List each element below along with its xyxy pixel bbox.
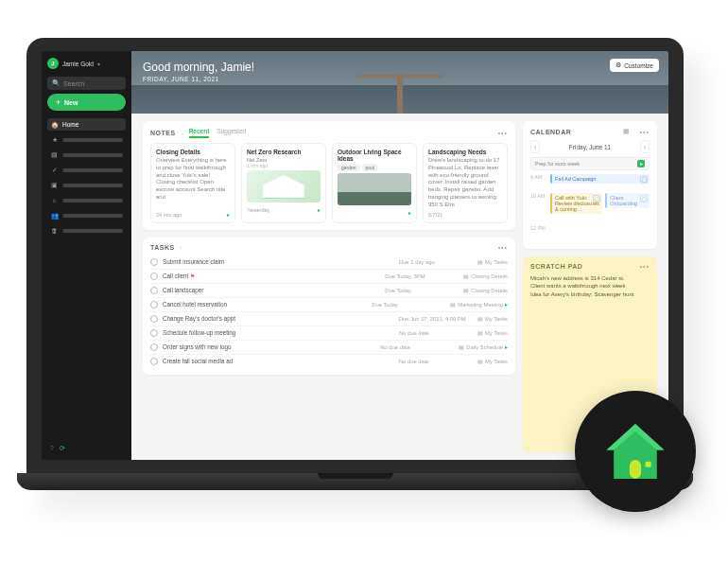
event-link-icon[interactable]: ▢ — [640, 195, 648, 202]
note-meta: 1 min ago — [247, 163, 321, 168]
chevron-right-icon[interactable]: › — [181, 244, 182, 250]
placeholder — [62, 168, 123, 172]
placeholder — [62, 184, 123, 187]
tag-pill: pool — [362, 164, 378, 171]
svg-rect-2 — [630, 460, 641, 479]
task-row[interactable]: Change Ray's doctor's appt Due Jun 17, 2… — [150, 311, 508, 325]
task-due: No due date — [399, 359, 473, 364]
task-list-ref: ▤Daily Schedule ▸ — [459, 344, 508, 350]
gear-icon: ⚙ — [615, 62, 621, 69]
event-title: Fall Ad Campaign — [555, 176, 596, 182]
note-body: Overview Everything is here to prep for … — [156, 157, 230, 209]
task-name: Change Ray's doctor's appt — [163, 315, 394, 322]
task-row[interactable]: Submit insurance claim Due 1 day ago ▤My… — [150, 255, 508, 269]
event-link-icon[interactable]: ▢ — [640, 176, 648, 184]
note-thumb — [247, 170, 321, 202]
sidebar-footer: ? ⟳ — [47, 442, 126, 455]
task-row[interactable]: Call client ⚑ Due Today, 5PM ▤Closing De… — [150, 269, 508, 283]
sidebar-item-shortcuts[interactable]: ★ — [47, 133, 126, 146]
task-checkbox[interactable] — [150, 329, 158, 337]
task-checkbox[interactable] — [150, 287, 158, 294]
avatar: J — [47, 58, 59, 69]
scratchpad-title: SCRATCH PAD — [530, 263, 582, 270]
note-title: Net Zero Research — [247, 149, 321, 155]
more-icon[interactable]: ••• — [640, 129, 650, 135]
notes-panel: NOTES › Recent Suggested ••• Closing Det… — [143, 121, 515, 230]
sidebar-item-notebooks[interactable]: ▣ — [47, 179, 126, 191]
task-list-ref: ▤Closing Details — [463, 273, 508, 279]
hero-dock-graphic — [397, 74, 403, 114]
task-list-ref: ▤My Tasks — [477, 330, 508, 336]
sidebar-item-tasks[interactable]: ✓ — [47, 164, 126, 176]
task-due: Due Today, 5PM — [385, 273, 459, 279]
task-checkbox[interactable] — [150, 273, 158, 280]
prev-day-button[interactable]: ‹ — [530, 140, 540, 153]
calendar-event[interactable]: Fall Ad Campaign▢ — [550, 174, 650, 184]
sidebar-item-home[interactable]: 🏠Home — [47, 118, 126, 131]
sync-badge-icon: ▸ — [318, 207, 321, 213]
notes-title: NOTES — [150, 130, 176, 136]
search-icon: 🔍 — [52, 79, 61, 87]
home-icon: 🏠 — [50, 120, 59, 129]
chevron-right-icon[interactable]: › — [182, 131, 183, 136]
calendar-date: Friday, June 11 — [569, 144, 611, 150]
task-row[interactable]: Call landscaper Due Today ▤Closing Detai… — [150, 283, 508, 297]
more-icon[interactable]: ••• — [640, 263, 650, 270]
hero: Good morning, Jamie! FRIDAY, JUNE 11, 20… — [131, 51, 668, 114]
note-icon: ▤ — [477, 316, 483, 322]
tab-suggested[interactable]: Suggested — [217, 128, 246, 138]
event-link-icon[interactable]: ▢ — [593, 195, 600, 202]
hour-label: 12 PM — [530, 225, 547, 231]
customize-button[interactable]: ⚙Customize — [610, 59, 659, 72]
sync-badge-icon: ▸ — [408, 210, 411, 216]
note-icon: ▤ — [450, 302, 456, 308]
task-name: Submit insurance claim — [163, 258, 394, 265]
calendar-event[interactable]: Call with Yuki: Review disclosures & con… — [550, 193, 602, 214]
sidebar-item-label: Home — [62, 121, 78, 128]
task-checkbox[interactable] — [150, 358, 158, 365]
note-card[interactable]: Landscaping Needs Drew's landscaping to-… — [423, 143, 508, 223]
user-menu[interactable]: J Jamie Gold ▾ — [47, 58, 126, 69]
task-checkbox[interactable] — [150, 258, 158, 266]
note-card[interactable]: Closing Details Overview Everything is h… — [150, 143, 235, 223]
note-card[interactable]: Net Zero Research Net Zero 1 min ago Yes… — [241, 143, 326, 223]
scratchpad-text[interactable]: Micah's new address is 314 Cedar st. Cli… — [530, 274, 650, 298]
placeholder — [62, 153, 123, 157]
task-row[interactable]: Order signs with new logo No due date ▤D… — [150, 340, 508, 354]
task-row[interactable]: Create fall social media ad No due date … — [150, 354, 508, 368]
next-day-button[interactable]: › — [640, 140, 650, 153]
calendar-toggle-icon[interactable]: ▦ — [623, 128, 631, 135]
tag-icon: ⌂ — [50, 196, 59, 204]
task-due: No due date — [399, 330, 473, 336]
sync-icon[interactable]: ⟳ — [60, 445, 65, 452]
help-icon[interactable]: ? — [50, 445, 54, 452]
search-input[interactable]: 🔍 Search — [47, 77, 126, 90]
sidebar-item-notes[interactable]: ▤ — [47, 149, 126, 161]
task-name: Order signs with new logo — [163, 343, 375, 350]
event-action-icon[interactable]: ▸ — [637, 160, 645, 167]
new-label: New — [64, 99, 78, 106]
tab-recent[interactable]: Recent — [189, 128, 210, 138]
placeholder — [62, 229, 123, 233]
sidebar-item-trash[interactable]: 🗑 — [47, 224, 126, 237]
task-row[interactable]: Cancel hotel reservation Due Today ▤Mark… — [150, 297, 508, 311]
task-checkbox[interactable] — [150, 315, 158, 323]
task-name: Cancel hotel reservation — [163, 301, 367, 308]
note-card[interactable]: Outdoor Living Space Ideas gardenpool ▸ — [332, 143, 417, 223]
flag-icon: ⚑ — [190, 273, 195, 279]
new-button[interactable]: ＋ New — [47, 94, 126, 111]
sidebar-item-shared[interactable]: 👥 — [47, 209, 126, 221]
calendar-event[interactable]: Client Onboarding▢ — [605, 193, 650, 208]
greeting: Good morning, Jamie! — [143, 61, 657, 74]
task-row[interactable]: Schedule follow-up meeting No due date ▤… — [150, 325, 508, 340]
sidebar-item-tags[interactable]: ⌂ — [47, 194, 126, 206]
task-checkbox[interactable] — [150, 343, 158, 351]
allday-event[interactable]: Prep for work week▸ — [530, 157, 650, 170]
plus-icon: ＋ — [55, 97, 61, 107]
placeholder — [62, 214, 123, 218]
task-checkbox[interactable] — [150, 301, 158, 308]
more-icon[interactable]: ••• — [498, 130, 508, 136]
more-icon[interactable]: ••• — [498, 244, 508, 251]
placeholder — [62, 199, 123, 202]
tasks-panel: TASKS › ••• Submit insurance claim Due 1… — [143, 238, 515, 375]
